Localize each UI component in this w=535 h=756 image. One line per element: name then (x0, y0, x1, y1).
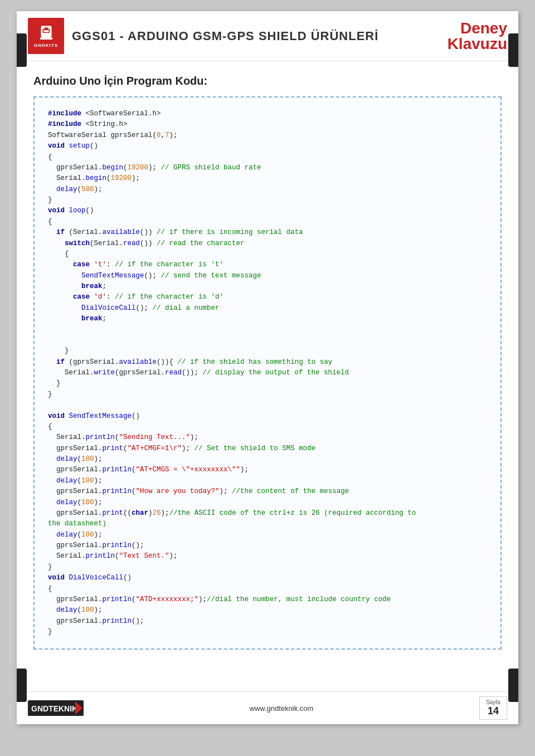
footer: GNDTEKNIK www.gndteknik.com Sayfa 14 (17, 691, 518, 724)
corner-decoration-tl (17, 33, 27, 67)
page: GNDKITS GGS01 - ARDUINO GSM-GPS SHIELD Ü… (17, 11, 518, 724)
header-left: GNDKITS GGS01 - ARDUINO GSM-GPS SHIELD Ü… (28, 18, 378, 54)
logo-box: GNDKITS (28, 18, 64, 54)
svg-point-3 (48, 27, 50, 29)
corner-decoration-bl (17, 669, 27, 702)
svg-point-2 (42, 27, 44, 29)
brand-bottom: Klavuzu (448, 36, 507, 52)
svg-rect-5 (40, 37, 52, 40)
header: GNDKITS GGS01 - ARDUINO GSM-GPS SHIELD Ü… (17, 11, 518, 61)
svg-text:GNDTEKNIK: GNDTEKNIK (31, 704, 77, 713)
brand-top: Deney (448, 21, 507, 36)
main-content: Arduino Uno İçin Program Kodu: #include … (17, 61, 518, 663)
page-number-value: 14 (485, 705, 501, 717)
logo-icon (37, 24, 55, 42)
brand-name: Deney Klavuzu (448, 21, 507, 52)
footer-logo: GNDTEKNIK (28, 700, 84, 716)
code-container: #include <SoftwareSerial.h> #include <St… (33, 96, 502, 650)
corner-decoration-tr (508, 33, 518, 67)
footer-url: www.gndteknik.com (250, 704, 314, 713)
section-title: Arduino Uno İçin Program Kodu: (33, 75, 502, 87)
footer-logo-icon: GNDTEKNIK (28, 700, 84, 716)
logo-text: GNDKITS (34, 43, 58, 48)
svg-rect-4 (43, 30, 49, 32)
corner-decoration-br (508, 669, 518, 702)
header-title: GGS01 - ARDUINO GSM-GPS SHIELD ÜRÜNLERİ (72, 29, 378, 43)
code-block: #include <SoftwareSerial.h> #include <St… (48, 109, 487, 637)
brand-label: Deney Klavuzu (448, 21, 507, 52)
page-number-box: Sayfa 14 (479, 696, 507, 720)
svg-rect-6 (44, 36, 48, 37)
page-number-label: Sayfa (485, 699, 501, 705)
